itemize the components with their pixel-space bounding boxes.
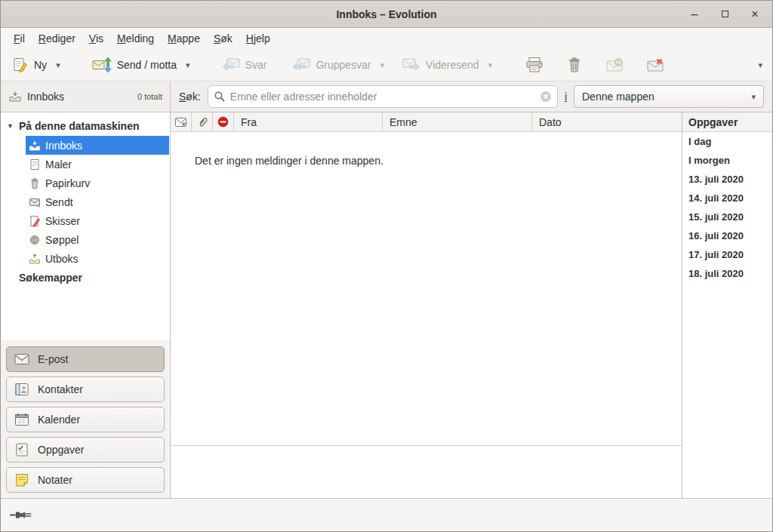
drafts-folder-icon xyxy=(29,215,41,227)
search-bar: Innboks 0 totalt Søk: xyxy=(1,81,772,112)
menu-sok[interactable]: Søk xyxy=(207,29,239,48)
search-scope-value: Denne mappen xyxy=(582,91,654,103)
switcher-button-epost[interactable]: E-post xyxy=(6,346,165,372)
new-message-icon xyxy=(12,57,29,73)
tasks-panel-header[interactable]: Oppgaver xyxy=(682,112,772,132)
switcher-button-oppgaver[interactable]: Oppgaver xyxy=(6,437,165,463)
switcher-button-kontakter[interactable]: Kontakter xyxy=(6,377,165,402)
templates-folder-icon xyxy=(29,158,41,171)
column-from-label: Fra xyxy=(241,116,257,128)
forward-dropdown[interactable]: ▾ xyxy=(485,57,497,74)
toolbar: Ny ▾ Send / motta ▾ xyxy=(1,49,772,81)
sidebar-item-label: Utboks xyxy=(45,253,79,265)
column-attachment[interactable] xyxy=(192,112,213,131)
column-from[interactable]: Fra xyxy=(234,112,383,131)
switcher-label: E-post xyxy=(38,353,68,365)
search-area: Søk: i Denne mappen xyxy=(171,81,772,112)
reply-all-button[interactable]: Gruppesvar xyxy=(287,54,376,76)
column-subject-label: Emne xyxy=(390,116,417,128)
sidebar-item-innboks[interactable]: Innboks xyxy=(26,136,169,155)
message-list-body[interactable]: Det er ingen meldinger i denne mappen. xyxy=(171,132,682,445)
sidebar-item-utboks[interactable]: Utboks xyxy=(26,249,169,268)
reply-all-label: Gruppesvar xyxy=(316,59,371,71)
reply-button[interactable]: Svar xyxy=(217,54,273,76)
menu-melding[interactable]: Melding xyxy=(110,29,161,48)
task-row-date[interactable]: 15. juli 2020 xyxy=(682,208,772,226)
reply-all-icon xyxy=(292,57,310,72)
column-message-status[interactable] xyxy=(171,112,192,131)
junk-button[interactable] xyxy=(599,53,630,77)
task-row-date[interactable]: 18. juli 2020 xyxy=(682,264,772,283)
toolbar-overflow-dropdown[interactable]: ▾ xyxy=(754,57,766,74)
task-row-date[interactable]: 14. juli 2020 xyxy=(682,189,772,208)
empty-folder-message: Det er ingen meldinger i denne mappen. xyxy=(171,132,682,167)
tasks-header-label: Oppgaver xyxy=(688,116,738,128)
window-controls: – × xyxy=(686,1,763,27)
menu-vis[interactable]: Vis xyxy=(82,29,110,48)
task-row-date[interactable]: 17. juli 2020 xyxy=(682,245,772,264)
outbox-folder-icon xyxy=(29,253,41,265)
menu-mappe[interactable]: Mappe xyxy=(161,29,207,48)
print-button[interactable] xyxy=(519,52,550,78)
sidebar-item-soppel[interactable]: Søppel xyxy=(26,230,169,249)
tree-root-search-folders[interactable]: Søkemapper xyxy=(1,268,170,288)
sidebar-item-label: Søppel xyxy=(45,234,79,246)
task-row-date[interactable]: 13. juli 2020 xyxy=(682,170,772,189)
forward-button[interactable]: Videresend xyxy=(397,54,485,76)
current-folder-info: Innboks 0 totalt xyxy=(1,81,171,112)
message-list-header: Fra Emne Dato xyxy=(171,112,682,132)
search-input[interactable] xyxy=(230,91,535,103)
menubar: Fil Rediger Vis Melding Mappe Søk Hjelp xyxy=(1,28,772,49)
titlebar[interactable]: Innboks – Evolution – × xyxy=(1,1,772,28)
sidebar-item-maler[interactable]: Maler xyxy=(26,155,169,174)
trash-icon xyxy=(566,57,583,73)
task-row-tomorrow[interactable]: I morgen xyxy=(682,151,772,170)
sidebar-item-label: Papirkurv xyxy=(45,177,90,189)
column-priority[interactable] xyxy=(213,112,234,131)
send-receive-button[interactable]: Send / motta xyxy=(87,53,182,77)
sidebar-item-sendt[interactable]: Sendt xyxy=(26,192,169,211)
tree-root-on-this-computer[interactable]: ▼ På denne datamaskinen xyxy=(1,116,170,136)
window-title: Innboks – Evolution xyxy=(1,8,772,20)
switcher-button-kalender[interactable]: Kalender xyxy=(6,407,165,432)
close-button[interactable]: × xyxy=(747,6,763,23)
status-bar xyxy=(1,498,772,531)
search-icon[interactable] xyxy=(214,91,226,103)
expander-icon[interactable]: ▼ xyxy=(7,122,14,130)
combo-arrow-icon: ▾ xyxy=(751,92,756,102)
switcher-label: Oppgaver xyxy=(38,444,84,456)
reply-label: Svar xyxy=(245,59,267,71)
sidebar-item-skisser[interactable]: Skisser xyxy=(26,211,169,230)
task-row-date[interactable]: 16. juli 2020 xyxy=(682,226,772,245)
task-row-today[interactable]: I dag xyxy=(682,132,772,151)
column-subject[interactable]: Emne xyxy=(383,112,532,131)
menu-rediger[interactable]: Rediger xyxy=(32,29,82,48)
maximize-button[interactable] xyxy=(716,6,733,23)
reply-all-dropdown[interactable]: ▾ xyxy=(377,57,389,74)
send-receive-dropdown[interactable]: ▾ xyxy=(182,57,194,74)
content: ▼ På denne datamaskinen Innboks xyxy=(1,112,772,498)
new-message-label: Ny xyxy=(34,59,47,71)
folder-sidebar: ▼ På denne datamaskinen Innboks xyxy=(1,112,171,498)
priority-icon xyxy=(217,116,229,128)
not-junk-button[interactable] xyxy=(639,53,671,77)
switcher-button-notater[interactable]: Notater xyxy=(6,467,165,493)
sidebar-item-papirkurv[interactable]: Papirkurv xyxy=(26,174,169,192)
menu-hjelp[interactable]: Hjelp xyxy=(239,29,277,48)
minimize-button[interactable]: – xyxy=(686,6,703,23)
online-status-plug-icon[interactable] xyxy=(10,510,32,520)
delete-button[interactable] xyxy=(559,52,590,78)
search-entry[interactable] xyxy=(208,85,558,108)
menu-fil[interactable]: Fil xyxy=(7,29,32,48)
search-scope-combobox[interactable]: Denne mappen ▾ xyxy=(574,85,764,108)
search-label: Søk: xyxy=(179,91,201,103)
column-date-label: Dato xyxy=(539,116,562,128)
trash-folder-icon xyxy=(29,177,41,189)
new-message-button[interactable]: Ny xyxy=(7,53,52,77)
forward-label: Videresend xyxy=(426,59,479,71)
column-date[interactable]: Dato xyxy=(532,112,682,131)
clear-search-icon[interactable] xyxy=(540,91,552,103)
new-message-dropdown[interactable]: ▾ xyxy=(52,57,64,74)
switcher-label: Notater xyxy=(38,474,72,486)
forward-icon xyxy=(402,57,420,72)
